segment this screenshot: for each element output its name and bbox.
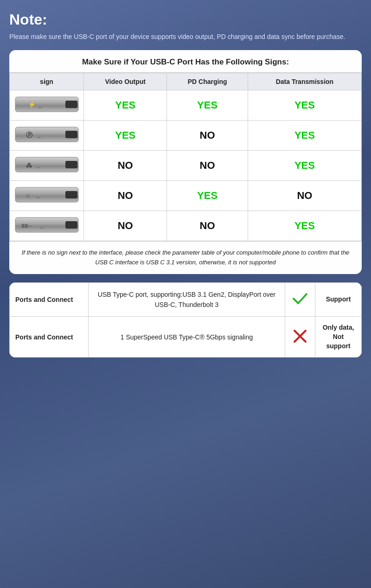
svg-text:⁂: ⁂ <box>26 162 32 169</box>
video-output-cell: NO <box>84 181 167 211</box>
sign-table: sign Video Output PD Charging Data Trans… <box>9 73 362 241</box>
svg-rect-17 <box>65 221 77 229</box>
pd-charging-cell: NO <box>167 211 248 241</box>
video-output-cell: YES <box>84 90 167 121</box>
card-header: Make Sure if Your USB-C Port Has the Fol… <box>9 50 362 73</box>
data-transmission-cell: NO <box>248 181 361 211</box>
svg-rect-13 <box>65 191 77 198</box>
pd-charging-cell: YES <box>167 181 248 211</box>
svg-rect-5 <box>65 131 77 138</box>
svg-text:⎯: ⎯ <box>40 223 44 229</box>
pd-charging-cell: NO <box>167 121 248 151</box>
info-label: Ports and Connect <box>10 282 89 317</box>
cross-icon <box>285 317 315 358</box>
info-description: USB Type-C port, supporting:USB 3.1 Gen2… <box>89 282 285 317</box>
svg-rect-9 <box>65 161 77 168</box>
info-description: 1 SuperSpeed USB Type-C® 5Gbps signaling <box>89 317 285 358</box>
data-transmission-cell: YES <box>248 211 361 241</box>
main-card: Make Sure if Your USB-C Port Has the Fol… <box>9 50 362 274</box>
data-transmission-cell: YES <box>248 90 361 121</box>
svg-text:⚡: ⚡ <box>28 101 36 109</box>
svg-rect-1 <box>65 101 77 108</box>
note-description: Please make sure the USB-C port of your … <box>9 32 362 42</box>
video-output-cell: NO <box>84 151 167 181</box>
data-transmission-cell: YES <box>248 121 361 151</box>
port-image-cell: ⚡ ⎯ <box>10 90 84 121</box>
info-status: Support <box>315 282 362 317</box>
note-section: Note: Please make sure the USB-C port of… <box>9 11 362 42</box>
info-table: Ports and ConnectUSB Type-C port, suppor… <box>9 282 362 358</box>
svg-text:⎯: ⎯ <box>38 102 42 108</box>
data-transmission-cell: YES <box>248 151 361 181</box>
card-footer-note: If there is no sign next to the interfac… <box>9 241 362 274</box>
note-title: Note: <box>9 11 362 28</box>
pd-charging-cell: YES <box>167 90 248 121</box>
check-icon <box>285 282 315 317</box>
port-image-cell: ⌂ ⎯ <box>10 181 84 211</box>
svg-text:⎯: ⎯ <box>37 162 40 168</box>
pd-charging-cell: NO <box>167 151 248 181</box>
svg-text:⎯: ⎯ <box>37 192 40 198</box>
col-data: Data Transmission <box>248 73 361 90</box>
col-video: Video Output <box>84 73 167 90</box>
info-card: Ports and ConnectUSB Type-C port, suppor… <box>9 282 362 358</box>
col-sign: sign <box>10 73 84 90</box>
video-output-cell: NO <box>84 211 167 241</box>
video-output-cell: YES <box>84 121 167 151</box>
info-status: Only data, Not support <box>315 317 362 358</box>
svg-text:⌂: ⌂ <box>26 192 30 199</box>
port-image-cell: ⁂ ⎯ <box>10 151 84 181</box>
info-label: Ports and Connect <box>10 317 89 358</box>
svg-text:SS←: SS← <box>21 223 33 229</box>
svg-text:Ⓟ: Ⓟ <box>26 131 33 139</box>
col-pd: PD Charging <box>167 73 248 90</box>
svg-text:⎯: ⎯ <box>38 132 41 138</box>
port-image-cell: Ⓟ ⎯ <box>10 121 84 151</box>
port-image-cell: SS← ⎯ <box>10 211 84 241</box>
